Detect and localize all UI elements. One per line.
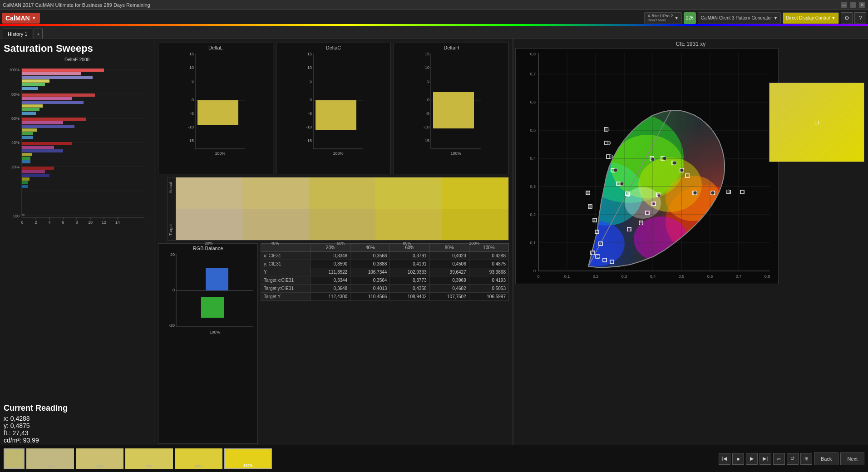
bottom-swatch-4[interactable]: 80%	[175, 448, 222, 469]
swatch-target-20	[176, 209, 242, 240]
settings-button[interactable]: ⚙	[841, 12, 853, 24]
nav-loop-button[interactable]: ∞	[773, 453, 785, 465]
swatch-actual-80	[375, 177, 442, 209]
svg-point-206	[597, 255, 600, 258]
nav-first-button[interactable]: |◀	[719, 453, 730, 465]
table-cell-value: 106,5997	[469, 293, 508, 301]
svg-text:-5: -5	[308, 111, 311, 116]
swatch-target-80	[375, 209, 442, 240]
toolbar-right: X-Rite i1Pro 2 Direct View ▼ 226 CalMAN …	[644, 12, 866, 24]
rainbow-bar	[0, 24, 868, 26]
svg-text:40%: 40%	[11, 140, 20, 145]
deltae-chart-svg: 100% 80% 60% 40% 20% 100	[4, 63, 144, 240]
table-cell-value: 0,3348	[311, 252, 350, 260]
current-reading: Current Reading x: 0,4288 y: 0,4875 fL: …	[4, 403, 150, 444]
table-cell-value: 0,3773	[390, 276, 429, 285]
svg-rect-15	[22, 69, 104, 72]
svg-text:20: 20	[170, 252, 175, 257]
svg-text:20%: 20%	[11, 165, 20, 169]
data-table-container: 20% 40% 60% 80% 100% x: CIE310,33480,356…	[261, 243, 509, 444]
svg-rect-104	[201, 297, 224, 318]
svg-point-199	[652, 202, 655, 205]
delta-charts-row: DeltaL 15 10 5 0 -5 -10 -15	[158, 43, 509, 174]
svg-text:100%: 100%	[209, 330, 220, 334]
svg-text:0,8: 0,8	[530, 52, 536, 56]
svg-text:0,3: 0,3	[621, 274, 627, 279]
svg-point-205	[592, 252, 594, 255]
display-control-selector[interactable]: Direct Display Control ▼	[783, 12, 839, 24]
close-button[interactable]: ✕	[859, 2, 865, 8]
table-cell-value: 110,4566	[350, 293, 390, 301]
table-cell-value: 0,3568	[350, 252, 390, 260]
svg-text:0: 0	[21, 220, 23, 225]
svg-rect-22	[22, 97, 72, 100]
xrite-label: X-Rite i1Pro 2 Direct View	[647, 14, 673, 22]
svg-point-162	[606, 128, 609, 131]
svg-text:2: 2	[35, 220, 37, 225]
svg-point-198	[646, 211, 649, 214]
nav-play-button[interactable]: ▶	[746, 453, 758, 465]
logo-dropdown-icon[interactable]: ▼	[32, 15, 36, 20]
delta-h-title: DeltaH	[444, 45, 459, 50]
svg-rect-39	[22, 167, 54, 170]
table-cell-value: 102,9333	[390, 268, 429, 276]
swatch-actual-100	[442, 177, 508, 209]
svg-text:100%: 100%	[333, 151, 343, 156]
svg-point-187	[651, 157, 655, 161]
tab-add-button[interactable]: +	[34, 29, 43, 39]
bottom-swatch-1[interactable]: 20%	[26, 448, 74, 469]
tab-history1[interactable]: History 1	[3, 29, 32, 39]
svg-rect-38	[22, 160, 30, 163]
svg-point-174	[592, 219, 595, 221]
bottom-swatch-3[interactable]: 60%	[125, 448, 173, 469]
svg-point-173	[588, 205, 591, 208]
table-row: x: CIE310,33480,35680,37910,40230,4288	[261, 252, 509, 260]
table-cell-value: 107,7502	[429, 293, 469, 301]
svg-rect-35	[22, 149, 63, 152]
help-button[interactable]: ?	[854, 12, 866, 24]
table-cell-value: 93,9868	[469, 268, 508, 276]
swatch-target-100	[442, 209, 508, 240]
svg-text:0,2: 0,2	[593, 274, 599, 279]
svg-text:0,1: 0,1	[564, 274, 570, 279]
main-title: Saturation Sweeps	[4, 43, 150, 54]
svg-rect-83	[316, 100, 356, 130]
delta-l-chart: DeltaL 15 10 5 0 -5 -10 -15	[158, 43, 273, 174]
minimize-button[interactable]: —	[841, 2, 847, 8]
svg-text:0,4: 0,4	[530, 156, 536, 161]
bottom-swatch-5[interactable]: 100%	[224, 448, 272, 469]
current-fl: fL: 27,43	[4, 429, 150, 437]
back-button[interactable]: Back	[814, 452, 838, 465]
svg-text:0,4: 0,4	[650, 274, 656, 279]
delta-c-chart: DeltaC 15 10 5 0 -5 -10 -15 100%	[276, 43, 391, 174]
cie-target-marker	[815, 121, 819, 124]
bottom-swatch-2[interactable]: 40%	[76, 448, 123, 469]
table-cell-value: 99,6427	[429, 268, 469, 276]
table-cell-value: 0,4506	[429, 260, 469, 268]
svg-point-164	[609, 155, 613, 158]
svg-point-165	[614, 168, 617, 172]
bottom-bar: 20% 40% 60% 80% 100% |◀ ■ ▶ ▶| ∞ ↺ ⊞ Bac…	[0, 445, 868, 472]
svg-text:100%: 100%	[451, 151, 461, 156]
svg-text:4: 4	[48, 220, 50, 225]
toolbar: CalMAN ▼ X-Rite i1Pro 2 Direct View ▼ 22…	[0, 10, 868, 26]
xrite-selector[interactable]: X-Rite i1Pro 2 Direct View ▼	[644, 12, 682, 24]
nav-repeat-button[interactable]: ↺	[787, 453, 799, 465]
svg-text:0,6: 0,6	[530, 100, 536, 104]
rgb-balance-svg: 20 0 -20 100%	[160, 252, 256, 442]
maximize-button[interactable]: □	[850, 2, 856, 8]
next-button[interactable]: Next	[840, 452, 864, 465]
svg-rect-178	[740, 190, 744, 194]
table-cell-value: 108,9402	[390, 293, 429, 301]
svg-text:0,1: 0,1	[530, 241, 536, 245]
nav-last-button[interactable]: ▶|	[760, 453, 771, 465]
svg-text:-10: -10	[306, 125, 311, 129]
svg-text:-5: -5	[426, 111, 429, 116]
table-cell-value: 0,4358	[390, 285, 429, 293]
svg-text:-20: -20	[169, 323, 175, 328]
generator-selector[interactable]: CalMAN Client 3 Pattern Generator ▼	[698, 12, 781, 24]
nav-stop-button[interactable]: ■	[732, 453, 744, 465]
gen-chevron: ▼	[773, 15, 778, 20]
svg-text:8: 8	[75, 220, 78, 225]
nav-grid-button[interactable]: ⊞	[800, 453, 812, 465]
